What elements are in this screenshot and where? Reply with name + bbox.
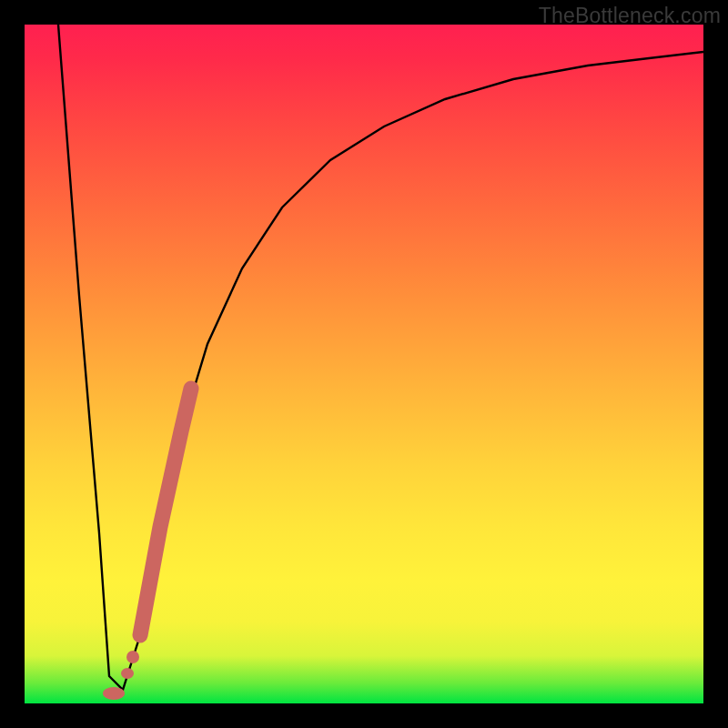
minimum-dot <box>103 687 125 700</box>
highlight-dot-1 <box>126 651 139 663</box>
chart-frame: TheBottleneck.com <box>0 0 728 728</box>
highlight-dot-2 <box>121 668 134 679</box>
plot-area <box>25 25 703 703</box>
watermark-text: TheBottleneck.com <box>539 4 721 28</box>
highlight-segment <box>140 389 191 635</box>
curve-layer <box>25 25 703 703</box>
